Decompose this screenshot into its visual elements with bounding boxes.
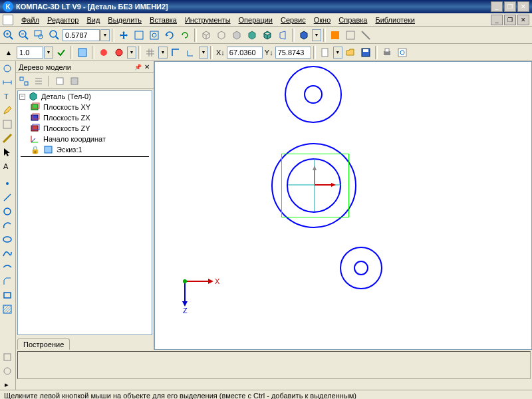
pan-icon[interactable] <box>116 28 131 43</box>
snap-grid-icon[interactable] <box>96 45 111 60</box>
tool-arc-icon[interactable] <box>1 219 14 232</box>
view-noedges-icon[interactable] <box>229 28 244 43</box>
restore-button[interactable]: ❐ <box>504 1 516 12</box>
tool-measure-icon[interactable] <box>1 132 14 145</box>
expand-icon[interactable]: ▸ <box>0 380 13 388</box>
menu-editor[interactable]: Редактор <box>43 15 82 25</box>
tool-ellipse-icon[interactable] <box>1 233 14 246</box>
tool-circle-icon[interactable] <box>1 205 14 218</box>
drawing-canvas[interactable]: X Z <box>154 61 532 350</box>
save-icon[interactable] <box>358 45 373 60</box>
tool-curve-icon[interactable] <box>1 261 14 274</box>
menu-view[interactable]: Вид <box>82 15 104 25</box>
zoom-fit-icon[interactable] <box>132 28 146 43</box>
view-shaded-edges-icon[interactable] <box>260 28 275 43</box>
orientation-dropdown[interactable]: ▼ <box>312 29 321 41</box>
menu-help[interactable]: Справка <box>334 15 371 25</box>
tool-b2-icon[interactable] <box>1 364 14 378</box>
tree-pin-icon[interactable]: 📌 <box>133 64 143 70</box>
tree-body[interactable]: − Деталь (Тел-0) Плоскость XY Плоскость … <box>17 90 152 335</box>
local-cs-dropdown[interactable]: ▼ <box>199 47 208 59</box>
menu-file[interactable]: Файл <box>17 15 43 25</box>
menu-service[interactable]: Сервис <box>277 15 310 25</box>
tree-item-label[interactable]: Эскиз:1 <box>57 146 82 154</box>
doc-minimize-button[interactable]: _ <box>491 15 503 25</box>
rotate-icon[interactable] <box>162 28 177 43</box>
view-shaded-icon[interactable] <box>245 28 259 43</box>
zoom-dropdown[interactable]: ▼ <box>100 29 110 41</box>
tree-item-label[interactable]: Плоскость ZX <box>43 114 90 122</box>
render-icon[interactable] <box>328 28 342 43</box>
orientation-icon[interactable] <box>297 28 311 43</box>
tool-b1-icon[interactable] <box>1 350 14 364</box>
tool-text-icon[interactable]: T <box>1 90 14 103</box>
toolbar-view: ▼ ▼ <box>0 27 532 44</box>
grid-dropdown[interactable]: ▼ <box>158 47 168 59</box>
view-perspective-icon[interactable] <box>275 28 290 43</box>
preview-icon[interactable] <box>395 45 410 60</box>
tree-tool4-icon[interactable] <box>68 74 81 88</box>
tree-tool1-icon[interactable] <box>17 74 31 88</box>
zoom-all-icon[interactable] <box>147 28 162 43</box>
new-icon[interactable] <box>318 45 332 60</box>
svg-point-17 <box>100 49 107 56</box>
close-button[interactable]: ✕ <box>517 1 529 12</box>
tool-dimension-icon[interactable] <box>1 76 14 89</box>
ortho-icon[interactable] <box>168 45 183 60</box>
spinner-up[interactable]: ▲ <box>1 45 16 60</box>
zoom-out-icon[interactable] <box>17 28 31 43</box>
spin-input[interactable] <box>17 47 43 59</box>
menu-libraries[interactable]: Библиотеки <box>371 15 419 25</box>
sketch-mode-icon[interactable] <box>75 45 90 60</box>
tree-tool3-icon[interactable] <box>53 74 66 88</box>
menu-select[interactable]: Выделить <box>104 15 146 25</box>
tool-edit-icon[interactable] <box>1 104 14 117</box>
menu-tools[interactable]: Инструменты <box>181 15 235 25</box>
tool-spline-icon[interactable] <box>1 247 14 260</box>
zoom-scale-icon[interactable] <box>47 28 62 43</box>
tree-tool2-icon[interactable] <box>32 74 45 88</box>
tool-spec-icon[interactable]: A <box>1 160 14 173</box>
doc-restore-button[interactable]: ❐ <box>504 15 516 25</box>
section-icon[interactable] <box>358 28 373 43</box>
grid-icon[interactable] <box>143 45 158 60</box>
simplify-icon[interactable] <box>343 28 358 43</box>
view-hidden-icon[interactable] <box>214 28 229 43</box>
accept-icon[interactable] <box>54 45 68 60</box>
tool-geometry-icon[interactable] <box>1 62 14 75</box>
tool-chamfer-icon[interactable] <box>1 275 14 288</box>
spin-dropdown[interactable]: ▼ <box>44 47 53 59</box>
tool-param-icon[interactable] <box>1 118 14 131</box>
menu-insert[interactable]: Вставка <box>146 15 181 25</box>
zoom-window-icon[interactable] <box>32 28 47 43</box>
zoom-value-input[interactable] <box>63 29 100 41</box>
view-wireframe-icon[interactable] <box>199 28 213 43</box>
minimize-button[interactable]: _ <box>491 1 503 12</box>
menu-window[interactable]: Окно <box>310 15 335 25</box>
local-cs-icon[interactable] <box>184 45 198 60</box>
tool-hatch-icon[interactable] <box>1 303 14 316</box>
tree-close-icon[interactable]: ✕ <box>143 63 151 70</box>
tool-point-icon[interactable] <box>1 177 14 190</box>
coord-x-input[interactable] <box>227 47 263 59</box>
tree-root-label[interactable]: Деталь (Тел-0) <box>41 92 91 100</box>
snap-dropdown[interactable]: ▼ <box>127 47 136 59</box>
menu-operations[interactable]: Операции <box>235 15 277 25</box>
new-dropdown[interactable]: ▼ <box>333 47 342 59</box>
tree-tab-build[interactable]: Построение <box>17 338 70 350</box>
doc-close-button[interactable]: ✕ <box>517 15 529 25</box>
tool-rect-icon[interactable] <box>1 289 14 302</box>
tool-select-icon[interactable] <box>1 146 14 159</box>
coord-y-input[interactable] <box>275 47 311 59</box>
redraw-icon[interactable] <box>178 28 192 43</box>
tool-line-icon[interactable] <box>1 191 14 204</box>
snap-point-icon[interactable] <box>112 45 126 60</box>
doc-icon[interactable] <box>3 15 13 25</box>
tree-item-label[interactable]: Начало координат <box>43 135 106 143</box>
open-icon[interactable] <box>343 45 358 60</box>
tree-item-label[interactable]: Плоскость XY <box>43 103 90 111</box>
print-icon[interactable] <box>380 45 394 60</box>
tree-item-label[interactable]: Плоскость ZY <box>43 124 90 132</box>
tree-collapse-icon[interactable]: − <box>19 94 25 100</box>
zoom-in-icon[interactable] <box>1 28 16 43</box>
